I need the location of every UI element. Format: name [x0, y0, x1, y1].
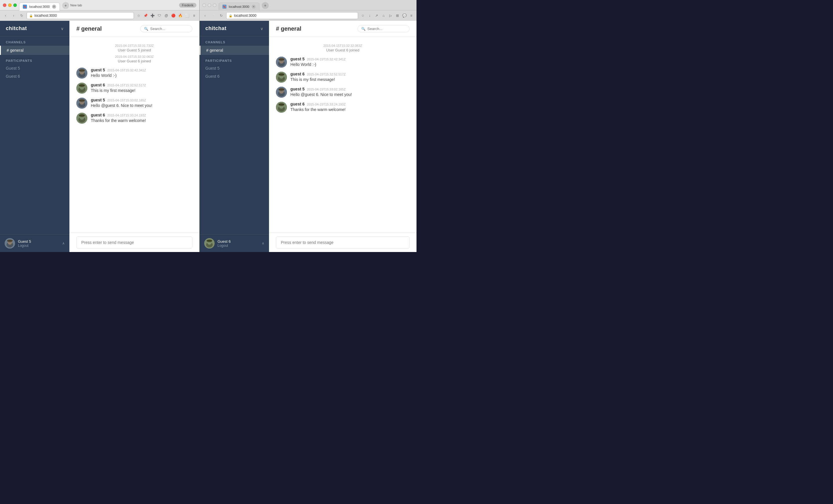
back-button-right[interactable]: ‹	[202, 12, 208, 19]
new-tab-button-left[interactable]: +	[62, 2, 69, 9]
participant-guest6-left[interactable]: Guest 6	[0, 72, 69, 80]
channel-name-left: # general	[7, 48, 23, 53]
msg-username-2: guest 6	[91, 83, 105, 87]
user-info-right: Guest 6 Logout	[217, 239, 259, 248]
right-msg-username-2: guest 6	[290, 72, 305, 76]
expand-icon-right[interactable]: ∧	[262, 241, 264, 245]
messages-area-right: 2015-04-15T15:32:32.063Z User Guest 6 jo…	[269, 37, 416, 233]
main-area-right: # general 🔍 2015-04-15T15:32:32.063Z Use…	[269, 21, 416, 252]
right-msg-content-3: guest 5 2015-04-15T15:33:02.165Z Hello @…	[290, 87, 409, 98]
channel-title-left: # general	[76, 25, 102, 32]
svg-rect-9	[79, 70, 85, 71]
download-icon[interactable]: ↓	[367, 13, 373, 19]
msg-header-3: guest 5 2015-04-15T15:33:02.165Z	[91, 98, 192, 102]
footer-avatar-left	[5, 238, 15, 249]
bookmark-star-icon[interactable]: ☆	[136, 13, 141, 19]
footer-avatar-right	[204, 238, 215, 249]
fire2-icon[interactable]: 🔥	[177, 13, 183, 19]
browser-toolbar-left: ‹ › ↻ 🔒 localhost:3000 ☆ 📌 ➕ 🛡 @ 🔴 🔥 ⬜ ≡	[0, 10, 199, 21]
system-text-2: User Guest 6 joined	[118, 59, 151, 63]
sidebar-footer-left: Guest 5 Logout ∧	[0, 234, 69, 252]
expand-icon-left[interactable]: ∧	[62, 241, 65, 245]
chat-message-4: guest 6 2015-04-15T15:33:24.193Z Thanks …	[76, 113, 192, 124]
menu-icon-right[interactable]: ≡	[408, 13, 414, 19]
maximize-button-left[interactable]	[13, 3, 17, 7]
bookmark-star-icon-right[interactable]: ☆	[360, 13, 365, 19]
plus-icon[interactable]: ➕	[149, 13, 155, 19]
svg-rect-14	[79, 85, 85, 86]
svg-rect-4	[7, 240, 13, 241]
message-input-right[interactable]	[276, 236, 409, 249]
msg-header-1: guest 5 2015-04-15T15:32:42.341Z	[91, 68, 192, 72]
search-box-left[interactable]: 🔍	[140, 25, 192, 32]
right-msg-time-4: 2015-04-15T15:33:24.193Z	[307, 103, 346, 106]
sidebar-item-general-left[interactable]: # general	[0, 46, 69, 55]
msg-avatar-g6-2	[76, 113, 87, 124]
footer-username-left: Guest 5	[18, 239, 59, 244]
forward-button-right[interactable]: ›	[210, 12, 216, 19]
search-box-right[interactable]: 🔍	[357, 25, 409, 32]
nav-icon[interactable]: ▷	[387, 13, 394, 19]
tab-close-left[interactable]: ✕	[52, 5, 56, 9]
right-chat-message-3: guest 5 2015-04-15T15:33:02.165Z Hello @…	[276, 87, 409, 98]
close-button-left[interactable]	[3, 3, 6, 7]
participant-guest6-right[interactable]: Guest 6	[199, 72, 269, 80]
comment-icon[interactable]: 💬	[402, 13, 407, 19]
back-button-left[interactable]: ‹	[2, 12, 9, 19]
chat-message-2: guest 6 2015-04-15T15:32:52.517Z This is…	[76, 83, 192, 94]
maximize-button-right[interactable]	[213, 3, 216, 7]
app-title-left: chitchat	[6, 25, 27, 31]
screen-icon[interactable]: ⬜	[184, 13, 190, 19]
right-chat-message-4: guest 6 2015-04-15T15:33:24.193Z Thanks …	[276, 102, 409, 113]
right-msg-avatar-g6-1	[276, 72, 287, 83]
tab-close-right[interactable]: ✕	[252, 5, 256, 9]
msg-header-4: guest 6 2015-04-15T15:33:24.193Z	[91, 113, 192, 117]
home-icon[interactable]: ⌂	[381, 13, 386, 19]
shield-icon[interactable]: 🛡	[157, 13, 162, 19]
close-button-right[interactable]	[203, 3, 206, 7]
participant-guest5-right[interactable]: Guest 5	[199, 64, 269, 72]
logout-link-left[interactable]: Logout	[18, 244, 59, 248]
participant-guest5-left[interactable]: Guest 5	[0, 64, 69, 72]
chevron-down-icon-right[interactable]: ∨	[260, 26, 263, 31]
chevron-down-icon-left[interactable]: ∨	[61, 26, 64, 31]
message-input-left[interactable]	[76, 236, 192, 249]
new-tab-button-right[interactable]: +	[262, 2, 269, 9]
new-tab-label: New tab	[70, 3, 82, 7]
at-icon[interactable]: @	[163, 13, 169, 19]
svg-rect-39	[279, 74, 284, 75]
pin-icon[interactable]: 📌	[143, 13, 148, 19]
forward-button-left[interactable]: ›	[10, 12, 17, 19]
browser-tab-left[interactable]: 🔖 localhost:3000 ✕	[19, 3, 60, 11]
msg-content-3: guest 5 2015-04-15T15:33:02.165Z Hello @…	[91, 98, 192, 109]
tab-favicon-left: 🔖	[23, 5, 27, 9]
menu-icon[interactable]: ≡	[191, 13, 197, 19]
minimize-button-left[interactable]	[8, 3, 11, 7]
right-msg-avatar-g5-1	[276, 57, 287, 68]
search-input-right[interactable]	[367, 27, 405, 31]
right-msg-username-3: guest 5	[290, 87, 305, 91]
traffic-lights-left	[3, 3, 17, 7]
msg-text-2: This is my first message!	[91, 88, 192, 94]
right-msg-username-1: guest 5	[290, 57, 305, 61]
logout-link-right[interactable]: Logout	[217, 244, 259, 248]
fire-icon[interactable]: 🔴	[170, 13, 176, 19]
search-input-left[interactable]	[150, 27, 188, 31]
sidebar-item-general-right[interactable]: # general	[199, 46, 269, 55]
reload-button-right[interactable]: ↻	[218, 12, 224, 19]
right-msg-content-2: guest 6 2015-04-15T15:32:52.517Z This is…	[290, 72, 409, 83]
address-bar-left[interactable]: 🔒 localhost:3000	[27, 12, 134, 19]
minimize-button-right[interactable]	[208, 3, 211, 7]
right-msg-text-2: This is my first message!	[290, 77, 409, 83]
system-time-2: 2015-04-15T15:32:32.063Z	[76, 55, 192, 58]
sidebar-left: chitchat ∨ CHANNELS # general PARTICIPAN…	[0, 21, 69, 252]
address-bar-right[interactable]: 🔒 localhost:3000	[226, 12, 358, 19]
right-chat-message-1: guest 5 2015-04-15T15:32:42.341Z Hello W…	[276, 57, 409, 68]
user-info-left: Guest 5 Logout	[18, 239, 59, 248]
channel-name-right: # general	[206, 48, 223, 53]
reload-button-left[interactable]: ↻	[19, 12, 25, 19]
grid-icon[interactable]: ⊞	[395, 13, 400, 19]
browser-tab-right[interactable]: 🔖 localhost:3000 ✕	[219, 3, 259, 11]
msg-content-2: guest 6 2015-04-15T15:32:52.517Z This is…	[91, 83, 192, 94]
share-icon[interactable]: ↗	[374, 13, 379, 19]
